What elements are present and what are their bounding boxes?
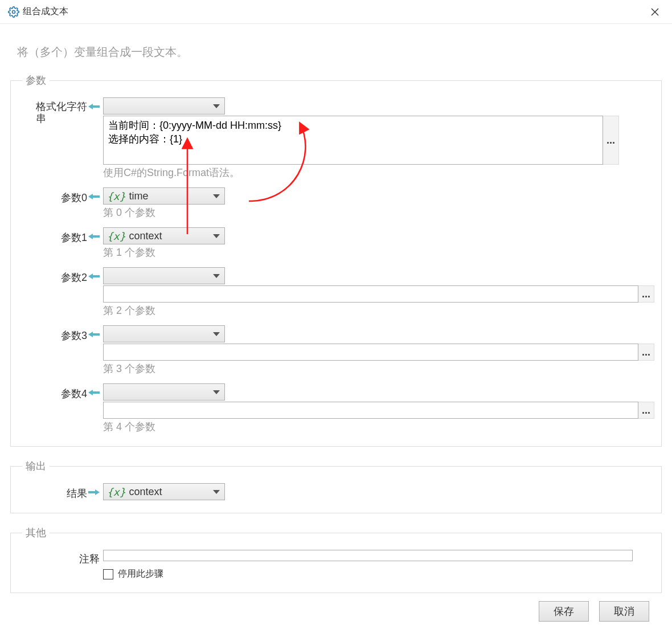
arrow-right-icon — [88, 488, 100, 496]
chevron-down-icon — [213, 231, 220, 241]
param2-hint: 第 2 个参数 — [103, 304, 654, 317]
output-group: 输出 结果 {x} context — [10, 459, 662, 513]
param1-dropdown[interactable]: {x} context — [103, 227, 225, 244]
svg-point-0 — [13, 10, 15, 13]
param0-dropdown[interactable]: {x} time — [103, 187, 225, 205]
chevron-down-icon — [213, 101, 220, 111]
svg-marker-9 — [213, 194, 220, 198]
arrow-left-icon — [88, 193, 100, 201]
svg-marker-5 — [88, 104, 93, 109]
format-label: 格式化字符串 — [36, 101, 87, 124]
output-var: context — [129, 486, 162, 498]
chevron-down-icon — [213, 271, 220, 281]
param0-var: time — [129, 190, 149, 202]
chevron-down-icon — [213, 387, 220, 397]
arrow-left-icon — [88, 103, 100, 111]
param4-more-button[interactable]: ... — [638, 402, 654, 419]
param1-label: 参数1 — [61, 231, 87, 244]
param2-input[interactable] — [103, 285, 638, 303]
svg-marker-15 — [213, 274, 220, 278]
param4-input[interactable] — [103, 402, 638, 419]
svg-marker-8 — [88, 194, 93, 199]
svg-marker-12 — [213, 234, 220, 238]
svg-marker-6 — [213, 104, 220, 108]
param3-more-button[interactable]: ... — [638, 344, 654, 361]
variable-icon: {x} — [107, 190, 126, 202]
param1-hint: 第 1 个参数 — [103, 246, 654, 259]
param2-label: 参数2 — [61, 271, 87, 284]
output-legend: 输出 — [22, 459, 50, 473]
param3-input[interactable] — [103, 344, 638, 361]
svg-marker-20 — [88, 390, 93, 395]
param2-dropdown[interactable] — [103, 267, 225, 284]
svg-marker-11 — [88, 234, 93, 239]
param4-hint: 第 4 个参数 — [103, 420, 654, 434]
titlebar: 组合成文本 — [0, 0, 672, 24]
format-hint: 使用C#的String.Format语法。 — [103, 166, 654, 179]
comment-label: 注释 — [79, 552, 100, 566]
cancel-button[interactable]: 取消 — [599, 601, 649, 622]
param0-hint: 第 0 个参数 — [103, 206, 654, 219]
output-label: 结果 — [67, 487, 87, 500]
arrow-left-icon — [88, 389, 100, 397]
dialog-buttons: 保存 取消 — [10, 601, 662, 629]
params-group: 参数 格式化字符串 — [10, 73, 662, 447]
gear-icon — [8, 6, 19, 18]
svg-marker-24 — [213, 490, 220, 494]
params-legend: 参数 — [22, 73, 50, 87]
close-icon — [651, 8, 659, 16]
variable-icon: {x} — [107, 486, 126, 498]
chevron-down-icon — [213, 487, 220, 497]
disable-step-label: 停用此步骤 — [118, 568, 163, 580]
comment-input[interactable] — [103, 550, 633, 561]
variable-icon: {x} — [107, 230, 126, 242]
format-more-button[interactable]: ... — [603, 116, 619, 165]
arrow-left-icon — [88, 232, 100, 240]
dialog-description: 将（多个）变量组合成一段文本。 — [17, 44, 662, 60]
param0-label: 参数0 — [61, 191, 87, 205]
param3-label: 参数3 — [61, 329, 87, 342]
other-group: 其他 注释 停用此步骤 — [10, 526, 662, 593]
format-text[interactable] — [103, 116, 603, 165]
window-close-button[interactable] — [646, 3, 664, 21]
param4-dropdown[interactable] — [103, 383, 225, 401]
output-dropdown[interactable]: {x} context — [103, 483, 225, 500]
svg-marker-14 — [88, 273, 93, 279]
chevron-down-icon — [213, 329, 220, 339]
arrow-left-icon — [88, 272, 100, 280]
svg-marker-18 — [213, 332, 220, 336]
window-title: 组合成文本 — [23, 6, 68, 18]
svg-marker-17 — [88, 332, 93, 337]
arrow-left-icon — [88, 330, 100, 338]
param3-dropdown[interactable] — [103, 325, 225, 342]
chevron-down-icon — [213, 191, 220, 201]
disable-step-checkbox[interactable] — [103, 569, 113, 579]
other-legend: 其他 — [22, 526, 50, 540]
svg-marker-21 — [213, 390, 220, 394]
param4-label: 参数4 — [61, 387, 87, 401]
format-dropdown[interactable] — [103, 97, 225, 115]
save-button[interactable]: 保存 — [539, 601, 589, 622]
param2-more-button[interactable]: ... — [638, 285, 654, 303]
param3-hint: 第 3 个参数 — [103, 362, 654, 375]
param1-var: context — [129, 230, 162, 242]
svg-marker-23 — [95, 489, 100, 495]
